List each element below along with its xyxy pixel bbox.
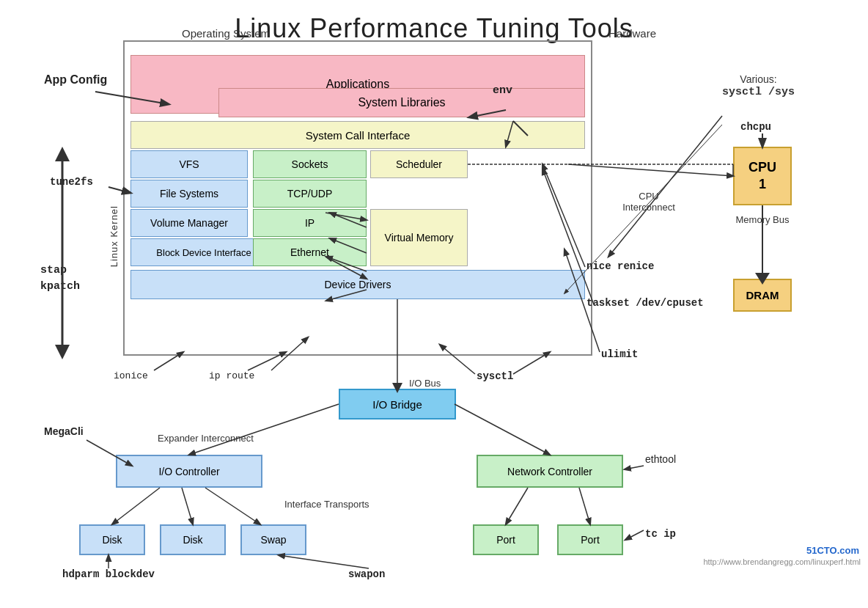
svg-line-24 bbox=[189, 404, 339, 455]
sysctl-sys-label: sysctl /sys bbox=[722, 86, 795, 98]
svg-line-31 bbox=[579, 488, 590, 524]
svg-line-32 bbox=[625, 466, 644, 469]
device-drivers-box: Device Drivers bbox=[130, 270, 585, 299]
svg-line-36 bbox=[608, 116, 722, 257]
cpu-box: CPU 1 bbox=[733, 147, 792, 205]
tune2fs-label: tune2fs bbox=[50, 176, 93, 188]
footer-logo: 51CTO.com bbox=[806, 545, 859, 556]
svg-line-44 bbox=[568, 164, 733, 176]
cpu-label: CPU 1 bbox=[749, 159, 776, 194]
io-controller-box: I/O Controller bbox=[116, 455, 262, 488]
chcpu-label: chcpu bbox=[740, 121, 771, 133]
ulimit-label: ulimit bbox=[601, 348, 638, 360]
block-device-label: Block Device Interface bbox=[156, 247, 251, 258]
nice-renice-label: nice renice bbox=[586, 260, 654, 272]
various-label: Various: sysctl /sys bbox=[722, 73, 795, 98]
port1-label: Port bbox=[496, 534, 515, 546]
port2-label: Port bbox=[581, 534, 600, 546]
port2-box: Port bbox=[557, 524, 623, 555]
hdparm-label: hdparm blockdev bbox=[62, 568, 155, 580]
expander-interconnect-label: Expander Interconnect bbox=[158, 433, 254, 444]
sysctl-label: sysctl bbox=[477, 370, 513, 382]
disk2-box: Disk bbox=[160, 524, 226, 555]
svg-line-29 bbox=[205, 488, 260, 524]
disk1-label: Disk bbox=[102, 534, 122, 546]
linux-kernel-label: Linux Kernel bbox=[108, 205, 119, 267]
ethernet-box: Ethernet bbox=[253, 238, 367, 266]
io-bus-label: I/O Bus bbox=[409, 378, 441, 389]
dram-label: DRAM bbox=[746, 289, 779, 301]
network-controller-label: Network Controller bbox=[507, 466, 592, 477]
ip-box: IP bbox=[253, 209, 367, 237]
sockets-label: Sockets bbox=[292, 158, 328, 170]
ethtool-label: ethtool bbox=[645, 453, 676, 465]
swap-label: Swap bbox=[260, 534, 286, 546]
sockets-box: Sockets bbox=[253, 150, 367, 178]
cpu-interconnect-label: CPU Interconnect bbox=[612, 191, 685, 213]
system-libraries-box: System Libraries bbox=[218, 88, 585, 117]
swap-box: Swap bbox=[240, 524, 306, 555]
device-drivers-label: Device Drivers bbox=[324, 279, 391, 290]
svg-line-27 bbox=[112, 488, 160, 524]
scheduler-box: Scheduler bbox=[370, 150, 468, 178]
megacli-label: MegaCli bbox=[44, 425, 84, 437]
volume-manager-label: Volume Manager bbox=[150, 217, 228, 229]
svg-line-35 bbox=[279, 555, 369, 568]
vfs-box: VFS bbox=[130, 150, 248, 178]
taskset-label: taskset /dev/cpuset bbox=[586, 297, 704, 309]
file-systems-box: File Systems bbox=[130, 180, 248, 208]
virtual-memory-box: Virtual Memory bbox=[370, 209, 468, 266]
disk1-box: Disk bbox=[79, 524, 145, 555]
vfs-label: VFS bbox=[179, 158, 199, 170]
virtual-memory-label: Virtual Memory bbox=[385, 232, 454, 243]
ethernet-label: Ethernet bbox=[290, 246, 329, 258]
app-config-label: App Config bbox=[44, 73, 107, 87]
tcp-udp-box: TCP/UDP bbox=[253, 180, 367, 208]
syscall-label: System Call Interface bbox=[306, 129, 411, 142]
stap-label: stap bbox=[40, 264, 67, 276]
scheduler-label: Scheduler bbox=[396, 158, 442, 170]
port1-box: Port bbox=[473, 524, 539, 555]
swapon-label: swapon bbox=[348, 568, 385, 580]
ip-route-label: ip route bbox=[209, 370, 254, 381]
io-bridge-box: I/O Bridge bbox=[339, 389, 456, 420]
file-systems-label: File Systems bbox=[160, 188, 218, 199]
footer-url: http://www.brendangregg.com/linuxperf.ht… bbox=[703, 557, 861, 566]
kpatch-label: kpatch bbox=[40, 280, 80, 293]
svg-marker-6 bbox=[55, 147, 70, 161]
ionice-label: ionice bbox=[114, 370, 148, 381]
svg-line-25 bbox=[455, 404, 550, 455]
tc-ip-label: tc ip bbox=[645, 528, 676, 540]
ip-label: IP bbox=[305, 217, 315, 229]
io-bridge-label: I/O Bridge bbox=[372, 398, 422, 411]
interface-transports-label: Interface Transports bbox=[284, 499, 369, 510]
svg-line-30 bbox=[506, 488, 528, 524]
network-controller-box: Network Controller bbox=[477, 455, 623, 488]
memory-bus-label: Memory Bus bbox=[733, 214, 792, 225]
svg-line-33 bbox=[625, 530, 644, 540]
os-label: Operating System bbox=[123, 27, 328, 40]
tcp-udp-label: TCP/UDP bbox=[287, 188, 332, 199]
io-controller-label: I/O Controller bbox=[158, 466, 219, 477]
disk2-label: Disk bbox=[183, 534, 202, 546]
svg-line-28 bbox=[182, 488, 193, 524]
hardware-label: Hardware bbox=[608, 27, 656, 40]
dram-box: DRAM bbox=[733, 279, 792, 312]
env-label: env bbox=[493, 84, 512, 97]
system-call-interface-box: System Call Interface bbox=[130, 121, 585, 149]
volume-manager-box: Volume Manager bbox=[130, 209, 248, 237]
system-libraries-label: System Libraries bbox=[358, 96, 445, 109]
svg-marker-7 bbox=[55, 345, 70, 359]
